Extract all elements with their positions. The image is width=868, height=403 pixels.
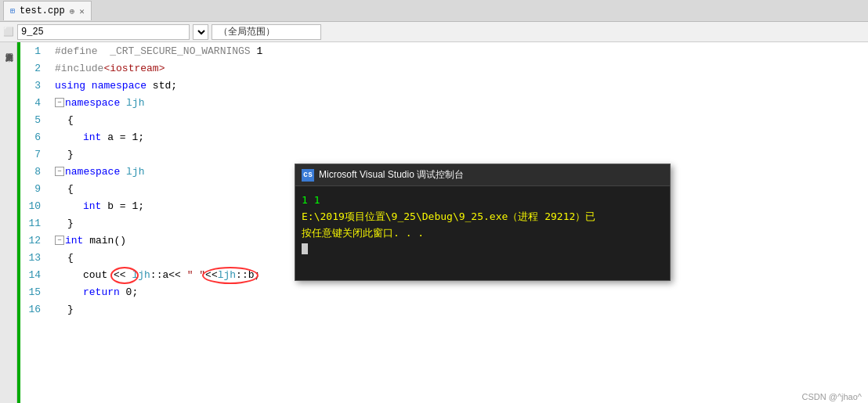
console-cursor: [302, 243, 308, 254]
code-line-6: int a = 1;: [52, 128, 868, 146]
toolbar: ⬜ ▼ （全局范围）: [0, 22, 868, 42]
sidebar-item-1[interactable]: 解决方案浏览器: [2, 45, 15, 49]
scope-display: （全局范围）: [212, 24, 321, 40]
main-area: 解决方案浏览器 1 2 3 4 5 6 7 8 9 10 11 12 13 14: [0, 42, 868, 403]
ln-13: 13: [20, 249, 45, 266]
file-tab[interactable]: ⊞ test.cpp ⊕ ✕: [3, 1, 92, 20]
code-line-5: {: [52, 111, 868, 128]
ln-7: 7: [20, 146, 45, 163]
console-line-3: 按任意键关闭此窗口. . .: [302, 225, 664, 242]
code-line-2: #include <iostream>: [52, 59, 868, 77]
ln-3: 3: [20, 77, 45, 94]
console-line-1: 1 1: [302, 193, 664, 209]
ln-12: 12: [20, 232, 45, 249]
fold-btn-4[interactable]: −: [55, 98, 64, 107]
ln-2: 2: [20, 59, 45, 77]
tab-close-btn[interactable]: ✕: [79, 6, 85, 16]
code-line-3: using namespace std;: [52, 77, 868, 94]
ln-4: 4: [20, 94, 45, 111]
code-line-7: }: [52, 146, 868, 163]
fold-btn-8[interactable]: −: [55, 167, 64, 176]
code-line-1: #define _CRT_SECURE_NO_WARNINGS 1: [52, 42, 868, 59]
console-cursor-line: [302, 241, 664, 257]
ln-9: 9: [20, 180, 45, 197]
line-numbers: 1 2 3 4 5 6 7 8 9 10 11 12 13 14 15 16: [20, 42, 52, 403]
code-line-4: − namespace ljh: [52, 94, 868, 111]
ln-15: 15: [20, 283, 45, 300]
ln-1: 1: [20, 42, 45, 59]
console-vs-icon: cs: [302, 169, 314, 182]
ln-14: 14: [20, 266, 45, 283]
console-line-2: E:\2019项目位置\9_25\Debug\9_25.exe（进程 29212…: [302, 209, 664, 225]
fold-btn-12[interactable]: −: [55, 236, 64, 245]
ln-16: 16: [20, 300, 45, 318]
file-tab-icon: ⊞: [10, 6, 15, 16]
code-content[interactable]: #define _CRT_SECURE_NO_WARNINGS 1 #inclu…: [52, 42, 868, 403]
ln-10: 10: [20, 197, 45, 214]
ln-8: 8: [20, 163, 45, 180]
ln-6: 6: [20, 128, 45, 146]
left-sidebar: 解决方案浏览器: [0, 42, 17, 403]
code-line-16: }: [52, 300, 868, 318]
console-window[interactable]: cs Microsoft Visual Studio 调试控制台 1 1 E:\…: [295, 164, 671, 281]
watermark: CSDN @^jhao^: [801, 392, 862, 401]
console-title: Microsoft Visual Studio 调试控制台: [319, 168, 464, 182]
tab-pin[interactable]: ⊕: [70, 6, 75, 16]
nav-input[interactable]: [17, 24, 190, 40]
code-editor[interactable]: 1 2 3 4 5 6 7 8 9 10 11 12 13 14 15 16: [20, 42, 868, 403]
ln-5: 5: [20, 111, 45, 128]
nav-icon: ⬜: [3, 27, 14, 37]
console-titlebar: cs Microsoft Visual Studio 调试控制台: [295, 164, 670, 186]
console-body: 1 1 E:\2019项目位置\9_25\Debug\9_25.exe（进程 2…: [295, 186, 670, 280]
tab-bar: ⊞ test.cpp ⊕ ✕: [0, 0, 868, 22]
tab-filename: test.cpp: [20, 5, 65, 16]
ln-11: 11: [20, 214, 45, 232]
nav-dropdown[interactable]: ▼: [193, 24, 208, 40]
code-line-15: return 0;: [52, 283, 868, 300]
